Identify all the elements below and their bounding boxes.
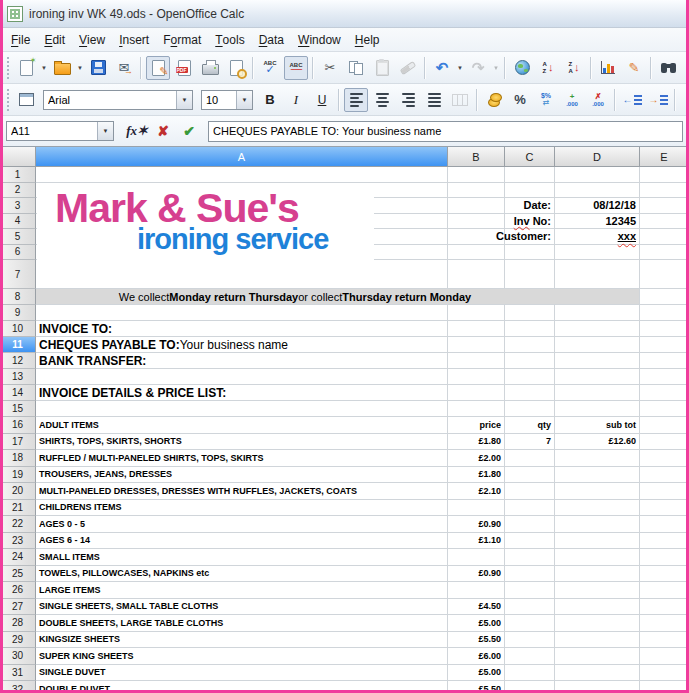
standard-format-button[interactable]: $%⇄ (534, 88, 558, 112)
cell-E4[interactable] (640, 214, 689, 230)
row-header-4[interactable]: 4 (0, 214, 36, 230)
percent-format-button[interactable]: % (508, 88, 532, 112)
cell-D27[interactable] (555, 599, 640, 616)
cell-B14[interactable] (448, 385, 505, 401)
row-header-27[interactable]: 27 (0, 599, 36, 616)
row-header-8[interactable]: 8 (0, 289, 36, 305)
cell-B31[interactable]: £5.00 (448, 665, 505, 682)
toolbar-drag-handle[interactable] (5, 89, 10, 111)
redo-dropdown[interactable]: ▼ (491, 56, 501, 80)
new-document-button[interactable]: ✶ (14, 56, 38, 80)
cell-E31[interactable] (640, 665, 689, 682)
sort-descending-button[interactable]: ZA↓ (562, 56, 586, 80)
cell-A23[interactable]: AGES 6 - 14 (36, 533, 448, 550)
cell-D7[interactable] (555, 260, 640, 289)
cell-D24[interactable] (555, 549, 640, 566)
cell-D11[interactable] (555, 337, 640, 353)
cell-B1[interactable] (448, 167, 505, 183)
bold-button[interactable]: B (258, 88, 282, 112)
edit-file-button[interactable]: ✎ (146, 56, 170, 80)
cell-C32[interactable] (505, 681, 555, 693)
cell-D30[interactable] (555, 648, 640, 665)
row-header-1[interactable]: 1 (0, 167, 36, 183)
cell-C15[interactable] (505, 401, 555, 417)
cell-D4[interactable]: 12345 (555, 214, 640, 230)
cell-E25[interactable] (640, 566, 689, 583)
row-header-12[interactable]: 12 (0, 353, 36, 369)
cell-A24[interactable]: SMALL ITEMS (36, 549, 448, 566)
column-header-B[interactable]: B (448, 147, 505, 167)
banner-cell[interactable]: We collect Monday return Thursday or col… (36, 289, 640, 305)
cell-D14[interactable] (555, 385, 640, 401)
toolbar-drag-handle[interactable] (5, 57, 10, 79)
cell-B10[interactable] (448, 321, 505, 337)
add-decimal-button[interactable]: +.000 (560, 88, 584, 112)
paste-button[interactable] (370, 56, 394, 80)
cell-C22[interactable] (505, 516, 555, 533)
cell-E6[interactable] (640, 245, 689, 261)
row-header-24[interactable]: 24 (0, 549, 36, 566)
hyperlink-button[interactable] (510, 56, 534, 80)
cell-C4[interactable]: Inv No: (505, 214, 555, 230)
accept-button[interactable]: ✔ (177, 119, 201, 143)
row-header-31[interactable]: 31 (0, 665, 36, 682)
sort-ascending-button[interactable]: AZ↓ (536, 56, 560, 80)
cell-D3[interactable]: 08/12/18 (555, 198, 640, 214)
cell-C29[interactable] (505, 632, 555, 649)
cell-E7[interactable] (640, 260, 689, 289)
select-all-corner[interactable] (0, 147, 36, 167)
format-paintbrush-button[interactable] (396, 56, 420, 80)
row-header-18[interactable]: 18 (0, 450, 36, 467)
cell-B19[interactable]: £1.80 (448, 467, 505, 484)
cell-C5[interactable]: Customer: (505, 229, 555, 245)
cell-B25[interactable]: £0.90 (448, 566, 505, 583)
cell-D13[interactable] (555, 369, 640, 385)
menu-data[interactable]: Data (252, 28, 291, 51)
font-name-input[interactable] (44, 94, 176, 106)
cell-E24[interactable] (640, 549, 689, 566)
cell-D25[interactable] (555, 566, 640, 583)
cell-A10[interactable]: INVOICE TO: (36, 321, 448, 337)
row-header-25[interactable]: 25 (0, 566, 36, 583)
cell-D6[interactable] (555, 245, 640, 261)
cell-E15[interactable] (640, 401, 689, 417)
cell-A29[interactable]: KINGSIZE SHEETS (36, 632, 448, 649)
cell-A27[interactable]: SINGLE SHEETS, SMALL TABLE CLOTHS (36, 599, 448, 616)
cell-C14[interactable] (505, 385, 555, 401)
row-header-19[interactable]: 19 (0, 467, 36, 484)
cell-D17[interactable]: £12.60 (555, 434, 640, 451)
cell-D22[interactable] (555, 516, 640, 533)
row-header-28[interactable]: 28 (0, 615, 36, 632)
cell-D28[interactable] (555, 615, 640, 632)
cell-B30[interactable]: £6.00 (448, 648, 505, 665)
cell-D2[interactable] (555, 183, 640, 199)
new-document-dropdown[interactable]: ▼ (39, 56, 49, 80)
cell-E20[interactable] (640, 483, 689, 500)
cell-A12[interactable]: BANK TRANSFER: (36, 353, 448, 369)
cell-D23[interactable] (555, 533, 640, 550)
row-header-30[interactable]: 30 (0, 648, 36, 665)
cell-B2[interactable] (448, 183, 505, 199)
cell-B26[interactable] (448, 582, 505, 599)
cell-B9[interactable] (448, 305, 505, 321)
insert-chart-button[interactable] (596, 56, 620, 80)
cell-C10[interactable] (505, 321, 555, 337)
open-dropdown[interactable]: ▼ (75, 56, 85, 80)
align-right-button[interactable] (396, 88, 420, 112)
cell-B4[interactable] (448, 214, 505, 230)
cell-E12[interactable] (640, 353, 689, 369)
cell-E23[interactable] (640, 533, 689, 550)
cell-E14[interactable] (640, 385, 689, 401)
draw-functions-button[interactable]: ✎ (622, 56, 646, 80)
cell-D21[interactable] (555, 500, 640, 517)
cell-A17[interactable]: SHIRTS, TOPS, SKIRTS, SHORTS (36, 434, 448, 451)
cell-B29[interactable]: £5.50 (448, 632, 505, 649)
row-header-17[interactable]: 17 (0, 434, 36, 451)
cell-C20[interactable] (505, 483, 555, 500)
styles-button[interactable] (14, 88, 38, 112)
cell-B27[interactable]: £4.50 (448, 599, 505, 616)
cell-A14[interactable]: INVOICE DETAILS & PRICE LIST: (36, 385, 448, 401)
cell-E26[interactable] (640, 582, 689, 599)
cell-A1[interactable] (36, 167, 448, 183)
cell-C26[interactable] (505, 582, 555, 599)
